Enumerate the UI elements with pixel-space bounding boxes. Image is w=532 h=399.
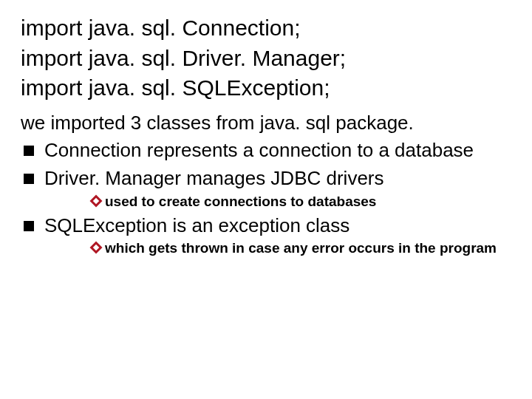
import-class: Connection bbox=[182, 16, 294, 40]
import-prefix: import java. sql. bbox=[21, 46, 182, 70]
sub-bullet-text: which gets thrown in case any error occu… bbox=[105, 239, 497, 257]
bullet-text: Driver. Manager manages JDBC drivers bbox=[44, 166, 511, 191]
bullet-item: Connection represents a connection to a … bbox=[24, 138, 511, 163]
sub-bullet-item: used to create connections to databases bbox=[92, 193, 511, 211]
diamond-bullet-icon bbox=[92, 197, 100, 205]
explanation-block: we imported 3 classes from java. sql pac… bbox=[21, 111, 511, 258]
import-suffix: ; bbox=[340, 46, 346, 70]
square-bullet-icon bbox=[24, 174, 34, 184]
bullet-item: SQLException is an exception class bbox=[24, 214, 511, 239]
bullet-text: Connection represents a connection to a … bbox=[44, 138, 511, 163]
import-class: Driver. Manager bbox=[182, 46, 339, 70]
bullet-text: SQLException is an exception class bbox=[44, 214, 511, 239]
bullet-item: Driver. Manager manages JDBC drivers bbox=[24, 166, 511, 191]
sub-bullet-item: which gets thrown in case any error occu… bbox=[92, 239, 511, 257]
import-prefix: import java. sql. bbox=[21, 16, 182, 40]
square-bullet-icon bbox=[24, 146, 34, 156]
import-prefix: import java. sql. bbox=[21, 75, 182, 100]
square-bullet-icon bbox=[24, 221, 34, 231]
slide-root: import java. sql. Connection; import jav… bbox=[0, 0, 532, 273]
sub-bullet-text: used to create connections to databases bbox=[105, 193, 376, 211]
import-class: SQLException bbox=[182, 75, 324, 100]
import-suffix: ; bbox=[324, 75, 330, 100]
import-block: import java. sql. Connection; import jav… bbox=[21, 13, 511, 103]
import-line: import java. sql. Driver. Manager; bbox=[21, 44, 511, 74]
import-line: import java. sql. SQLException; bbox=[21, 73, 511, 103]
import-line: import java. sql. Connection; bbox=[21, 13, 511, 44]
import-suffix: ; bbox=[294, 16, 300, 40]
diamond-bullet-icon bbox=[92, 243, 100, 252]
lead-text: we imported 3 classes from java. sql pac… bbox=[21, 111, 511, 136]
